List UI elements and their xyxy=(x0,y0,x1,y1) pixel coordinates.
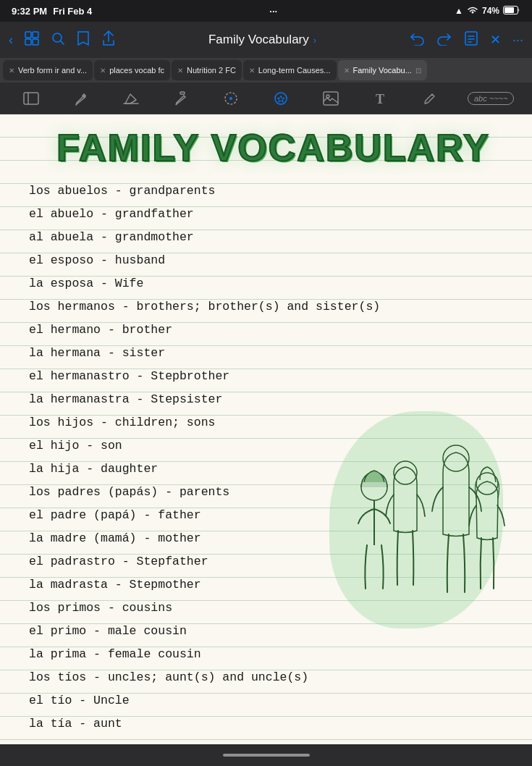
tab-active-indicator: ⊡ xyxy=(415,67,421,75)
share-button[interactable] xyxy=(101,30,116,50)
home-indicator[interactable] xyxy=(223,754,310,757)
vocab-item: el hermanastro - Stepbrother xyxy=(29,365,518,388)
search-button[interactable] xyxy=(51,31,65,49)
tab-close-icon[interactable]: ✕ xyxy=(249,67,255,75)
vocab-item: los hermanos - brothers; brother(s) and … xyxy=(29,295,518,319)
tab-verb-form[interactable]: ✕ Verb form ir and v... xyxy=(3,60,93,80)
vocab-item: la hermana - sister xyxy=(29,342,518,365)
eraser-tool-button[interactable] xyxy=(118,85,144,111)
image-insert-button[interactable] xyxy=(318,85,344,111)
wifi-icon xyxy=(467,6,478,17)
toolbar: T abc ~~~~ xyxy=(0,83,532,114)
tab-label: places vocab fc xyxy=(109,66,164,75)
tab-label: Verb form ir and v... xyxy=(18,66,87,75)
vocab-item: los abuelos - grandparents xyxy=(29,180,518,203)
bottom-bar xyxy=(0,744,532,766)
tabs-bar: ✕ Verb form ir and v... ✕ places vocab f… xyxy=(0,58,532,83)
back-button[interactable]: ‹ xyxy=(9,33,13,48)
more-button[interactable]: ··· xyxy=(512,33,523,48)
close-button[interactable]: ✕ xyxy=(490,32,501,48)
title-chevron-icon[interactable]: › xyxy=(313,35,316,46)
nav-bar: ‹ Family Vocabulary xyxy=(0,22,532,58)
bookmark-button[interactable] xyxy=(77,30,90,50)
ellipsis-icon: ··· xyxy=(269,6,277,17)
svg-text:T: T xyxy=(376,92,384,106)
svg-point-24 xyxy=(394,461,417,484)
star-tool-button[interactable] xyxy=(268,85,294,111)
tab-label: Family Vocabu... xyxy=(353,66,412,75)
status-day: Fri Feb 4 xyxy=(53,6,92,17)
svg-point-17 xyxy=(229,97,232,100)
document-title: Family Vocabulary xyxy=(208,33,309,47)
vocab-item: el esposo - husband xyxy=(29,249,518,272)
abc-badge[interactable]: abc ~~~~ xyxy=(468,92,515,105)
page-title-container: FAMILY VOCABULARY xyxy=(29,129,518,167)
svg-rect-8 xyxy=(465,32,477,45)
battery-text: 74% xyxy=(482,6,499,16)
family-drawing-svg xyxy=(322,404,510,636)
tab-close-icon[interactable]: ✕ xyxy=(9,67,14,75)
redo-button[interactable] xyxy=(436,31,452,49)
export-button[interactable] xyxy=(464,30,478,50)
svg-rect-2 xyxy=(25,32,31,38)
tab-label: Long-term Causes... xyxy=(258,66,331,75)
vocab-item: la esposa - Wife xyxy=(29,272,518,295)
tab-places-vocab[interactable]: ✕ places vocab fc xyxy=(94,60,170,80)
svg-rect-3 xyxy=(33,32,38,38)
tab-nutrition[interactable]: ✕ Nutrition 2 FC xyxy=(172,60,242,80)
svg-rect-1 xyxy=(504,7,514,13)
content-area[interactable]: FAMILY VOCABULARY los abuelos - grandpar… xyxy=(0,114,532,744)
tab-close-icon[interactable]: ✕ xyxy=(100,67,106,75)
family-illustration xyxy=(322,404,510,636)
undo-button[interactable] xyxy=(409,31,425,49)
page-title: FAMILY VOCABULARY xyxy=(56,129,489,167)
vocab-item: la prima - female cousin xyxy=(29,643,518,666)
battery-icon xyxy=(503,6,520,17)
paper-background: FAMILY VOCABULARY los abuelos - grandpar… xyxy=(0,114,532,744)
tab-label: Nutrition 2 FC xyxy=(187,66,236,75)
text-tool-button[interactable]: T xyxy=(368,85,394,111)
vocab-item: el abuelo - grandfather xyxy=(29,203,518,226)
pen-tool-button[interactable] xyxy=(68,85,94,111)
vocab-item: al abuela - grandmother xyxy=(29,226,518,249)
tab-close-icon[interactable]: ✕ xyxy=(177,67,183,75)
tab-long-term[interactable]: ✕ Long-term Causes... xyxy=(243,60,337,80)
sidebar-toggle-button[interactable] xyxy=(18,85,44,111)
highlighter-tool-button[interactable] xyxy=(168,85,194,111)
svg-rect-15 xyxy=(180,92,185,94)
abc-label: abc ~~~~ xyxy=(474,94,508,103)
vocab-item: la tía - aunt xyxy=(29,712,518,736)
svg-rect-4 xyxy=(25,39,31,45)
lasso-tool-button[interactable] xyxy=(218,85,244,111)
tab-close-icon[interactable]: ✕ xyxy=(344,67,350,75)
svg-point-18 xyxy=(275,93,287,104)
vocab-item: el tío - Uncle xyxy=(29,689,518,712)
grid-view-button[interactable] xyxy=(25,31,39,49)
svg-rect-5 xyxy=(33,39,38,45)
markup-tool-button[interactable] xyxy=(418,85,444,111)
vocab-item: los tíos - uncles; aunt(s) and uncle(s) xyxy=(29,666,518,689)
vocab-item: el hermano - brother xyxy=(29,319,518,342)
status-bar: 9:32 PM Fri Feb 4 ··· ▲ 74% xyxy=(0,0,532,22)
svg-line-7 xyxy=(61,41,64,44)
status-time: 9:32 PM xyxy=(12,6,47,17)
svg-rect-12 xyxy=(24,93,38,104)
signal-icon: ▲ xyxy=(455,6,463,16)
tab-family-vocab[interactable]: ✕ Family Vocabu... ⊡ xyxy=(338,60,427,80)
